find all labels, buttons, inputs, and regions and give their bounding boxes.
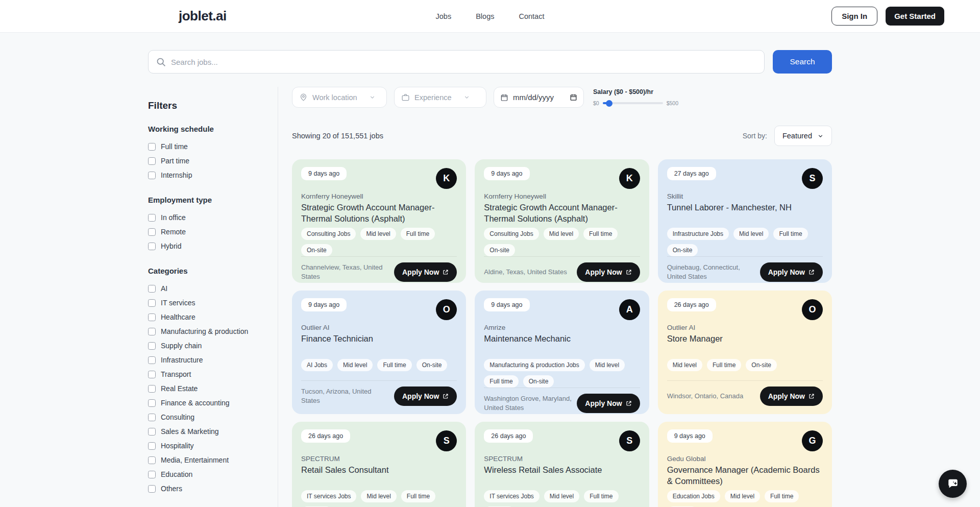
checkbox-internship[interactable] <box>148 172 156 179</box>
company-name: Kornferry Honeywell <box>484 192 640 200</box>
location-pin-icon <box>299 93 308 102</box>
logo[interactable]: joblet.ai <box>179 8 227 24</box>
filter-transport[interactable]: Transport <box>148 367 262 381</box>
filter-sales-marketing[interactable]: Sales & Marketing <box>148 424 262 439</box>
checkbox-part-time[interactable] <box>148 157 156 165</box>
checkbox-in-office[interactable] <box>148 214 156 222</box>
checkbox-infrastructure[interactable] <box>148 356 156 364</box>
nav-blogs[interactable]: Blogs <box>476 12 494 20</box>
job-title: Strategic Growth Account Manager-Thermal… <box>484 202 640 226</box>
sign-in-button[interactable]: Sign In <box>831 7 877 26</box>
search-input[interactable] <box>149 51 764 73</box>
checkbox-it-services[interactable] <box>148 299 156 307</box>
search-button[interactable]: Search <box>773 50 832 74</box>
nav-contact[interactable]: Contact <box>519 12 544 20</box>
external-link-icon <box>443 269 449 275</box>
tag: IT services Jobs <box>484 490 539 502</box>
filter-part-time[interactable]: Part time <box>148 154 262 168</box>
salary-slider-thumb[interactable] <box>606 100 612 107</box>
job-tags: Mid level Full time On-site <box>667 359 823 371</box>
salary-filter: Salary ($0 - $500)/hr $0 $500 <box>593 88 678 106</box>
checkbox-full-time[interactable] <box>148 143 156 151</box>
checkbox-hospitality[interactable] <box>148 442 156 450</box>
checkbox-education[interactable] <box>148 471 156 478</box>
tag: Full time <box>401 490 435 502</box>
checkbox-supply-chain[interactable] <box>148 342 156 350</box>
job-title: Strategic Growth Account Manager-Thermal… <box>301 202 457 226</box>
apply-now-button[interactable]: Apply Now <box>760 262 823 282</box>
checkbox-media-entertainment[interactable] <box>148 456 156 464</box>
posted-badge: 27 days ago <box>667 167 716 180</box>
apply-now-button[interactable]: Apply Now <box>577 394 640 413</box>
filter-education[interactable]: Education <box>148 467 262 481</box>
posted-badge: 9 days ago <box>484 298 529 311</box>
checkbox-manufacturing[interactable] <box>148 328 156 335</box>
checkbox-remote[interactable] <box>148 228 156 236</box>
job-card[interactable]: 26 days ago S SPECTRUM Retail Sales Cons… <box>292 422 466 507</box>
filter-real-estate[interactable]: Real Estate <box>148 381 262 396</box>
tag: Consulting Jobs <box>301 228 356 240</box>
filter-supply-chain[interactable]: Supply chain <box>148 339 262 353</box>
job-card[interactable]: 26 days ago O Outlier AI Store Manager M… <box>658 291 832 414</box>
checkbox-finance-accounting[interactable] <box>148 399 156 407</box>
checkbox-sales-marketing[interactable] <box>148 428 156 436</box>
job-card[interactable]: 27 days ago S Skillit Tunnel Laborer - M… <box>658 159 832 283</box>
external-link-icon <box>626 269 632 275</box>
work-location-select[interactable]: Work location <box>292 87 387 108</box>
tag: Manufacturing & production Jobs <box>484 359 584 371</box>
filter-media-entertainment[interactable]: Media, Entertainment <box>148 453 262 467</box>
filter-infrastructure[interactable]: Infrastructure <box>148 353 262 367</box>
filter-it-services[interactable]: IT services <box>148 296 262 310</box>
job-card[interactable]: 9 days ago A Amrize Maintenance Mechanic… <box>475 291 649 414</box>
header: joblet.ai Jobs Blogs Contact Sign In Get… <box>0 0 980 33</box>
checkbox-consulting[interactable] <box>148 414 156 421</box>
filter-remote[interactable]: Remote <box>148 225 262 239</box>
apply-now-button[interactable]: Apply Now <box>760 387 823 406</box>
checkbox-ai[interactable] <box>148 285 156 293</box>
tag: Full time <box>707 359 741 371</box>
filter-finance-accounting[interactable]: Finance & accounting <box>148 396 262 410</box>
filter-healthcare[interactable]: Healthcare <box>148 310 262 324</box>
experience-select[interactable]: Experience <box>394 87 486 108</box>
salary-slider-track[interactable] <box>603 102 663 104</box>
filter-full-time[interactable]: Full time <box>148 139 262 154</box>
tag: IT services Jobs <box>301 490 356 502</box>
filter-ai[interactable]: AI <box>148 281 262 296</box>
job-card[interactable]: 9 days ago K Kornferry Honeywell Strateg… <box>292 159 466 283</box>
filter-hospitality[interactable]: Hospitality <box>148 439 262 453</box>
job-title: Wireless Retail Sales Associate <box>484 464 640 488</box>
filter-in-office[interactable]: In office <box>148 210 262 225</box>
filter-internship[interactable]: Internship <box>148 168 262 182</box>
checkbox-hybrid[interactable] <box>148 243 156 250</box>
filter-others[interactable]: Others <box>148 481 262 496</box>
tag: On-site <box>416 359 448 371</box>
calendar-picker-icon[interactable] <box>570 93 577 101</box>
tag: Mid level <box>544 490 579 502</box>
external-link-icon <box>808 269 815 275</box>
filter-hybrid[interactable]: Hybrid <box>148 239 262 253</box>
job-card[interactable]: 9 days ago K Kornferry Honeywell Strateg… <box>475 159 649 283</box>
apply-now-button[interactable]: Apply Now <box>394 262 457 282</box>
calendar-icon <box>500 93 508 102</box>
job-title: Governance Manager (Academic Boards & Co… <box>667 464 823 488</box>
apply-now-button[interactable]: Apply Now <box>577 262 640 282</box>
chat-widget-button[interactable] <box>939 470 967 498</box>
get-started-button[interactable]: Get Started <box>886 7 944 26</box>
nav-jobs[interactable]: Jobs <box>436 12 452 20</box>
checkbox-real-estate[interactable] <box>148 385 156 393</box>
checkbox-transport[interactable] <box>148 371 156 378</box>
job-card[interactable]: 26 days ago S SPECTRUM Wireless Retail S… <box>475 422 649 507</box>
job-card[interactable]: 9 days ago O Outlier AI Finance Technici… <box>292 291 466 414</box>
checkbox-healthcare[interactable] <box>148 313 156 321</box>
apply-now-button[interactable]: Apply Now <box>394 387 457 406</box>
chevron-down-icon <box>369 94 376 101</box>
job-card[interactable]: 9 days ago G Gedu Global Governance Mana… <box>658 422 832 507</box>
search-row: Search <box>148 50 832 74</box>
tag: AI Jobs <box>301 359 333 371</box>
filter-manufacturing[interactable]: Manufacturing & production <box>148 324 262 339</box>
filter-consulting[interactable]: Consulting <box>148 410 262 424</box>
checkbox-others[interactable] <box>148 485 156 493</box>
job-title: Tunnel Laborer - Manchester, NH <box>667 202 823 226</box>
date-picker[interactable]: mm/dd/yyyy <box>494 87 584 108</box>
sort-select[interactable]: Featured <box>774 126 832 146</box>
